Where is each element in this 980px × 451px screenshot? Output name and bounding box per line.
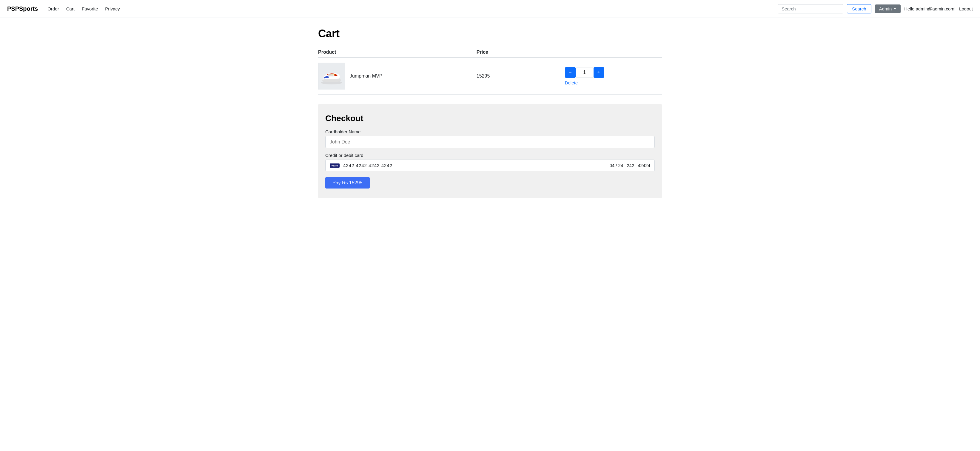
col-product: Product: [318, 47, 477, 57]
delete-link[interactable]: Delete: [565, 80, 578, 85]
nav-cart[interactable]: Cart: [66, 6, 75, 11]
checkout-title: Checkout: [325, 114, 655, 123]
quantity-controls: − +: [565, 67, 604, 78]
chevron-down-icon: ▼: [894, 7, 896, 10]
nav-links: Order Cart Favorite Privacy: [48, 6, 778, 11]
logout-button[interactable]: Logout: [959, 6, 973, 11]
search-button[interactable]: Search: [847, 4, 871, 13]
cardholder-label: Cardholder Name: [325, 129, 655, 134]
admin-label: Admin: [879, 6, 892, 11]
quantity-input[interactable]: [576, 67, 593, 78]
product-image: [318, 63, 345, 89]
card-expiry[interactable]: 04 / 24: [609, 163, 623, 168]
search-input[interactable]: [778, 4, 843, 13]
admin-dropdown-button[interactable]: Admin ▼: [875, 5, 900, 13]
product-name: Jumpman MVP: [350, 73, 382, 79]
product-price: 15295: [477, 57, 565, 95]
navbar-right: Search Admin ▼ Hello admin@admin.com! Lo…: [778, 4, 973, 13]
col-price: Price: [477, 47, 565, 57]
checkout-section: Checkout Cardholder Name Credit or debit…: [318, 104, 662, 198]
nav-privacy[interactable]: Privacy: [105, 6, 120, 11]
product-cell: Jumpman MVP: [318, 63, 477, 89]
card-zip[interactable]: 42424: [638, 163, 650, 168]
increase-quantity-button[interactable]: +: [593, 67, 604, 78]
visa-logo: VISA: [330, 164, 340, 168]
card-input-wrapper: VISA 4242 4242 4242 4242 04 / 24 242 424…: [325, 160, 655, 171]
page-title: Cart: [318, 27, 662, 40]
card-number[interactable]: 4242 4242 4242 4242: [343, 163, 606, 168]
brand-logo[interactable]: PSPSports: [7, 5, 38, 12]
sneaker-icon: [320, 67, 344, 85]
quantity-cell: − + Delete: [565, 67, 662, 85]
hello-text: Hello admin@admin.com!: [904, 6, 956, 11]
cardholder-input[interactable]: [325, 136, 655, 148]
nav-order[interactable]: Order: [48, 6, 59, 11]
nav-favorite[interactable]: Favorite: [82, 6, 98, 11]
cart-table: Product Price: [318, 47, 662, 95]
decrease-quantity-button[interactable]: −: [565, 67, 576, 78]
table-row: Jumpman MVP 15295 − + Delete: [318, 57, 662, 95]
pay-button[interactable]: Pay Rs.15295: [325, 177, 370, 189]
card-label: Credit or debit card: [325, 153, 655, 158]
main-content: Cart Product Price: [311, 18, 669, 208]
card-cvv[interactable]: 242: [627, 163, 634, 168]
navbar: PSPSports Order Cart Favorite Privacy Se…: [0, 0, 980, 18]
